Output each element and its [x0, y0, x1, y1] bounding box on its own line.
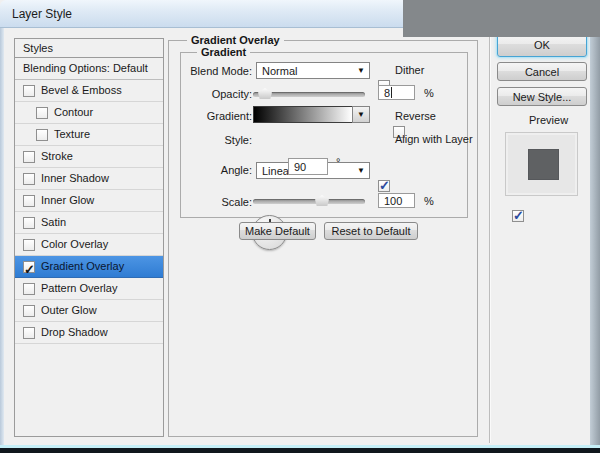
- gradient-picker-button[interactable]: ▼: [352, 106, 370, 123]
- drop-shadow-checkbox[interactable]: [23, 327, 35, 339]
- blend-mode-value: Normal: [262, 65, 297, 77]
- style-label: Style:: [186, 134, 252, 146]
- gradient-label: Gradient:: [186, 110, 252, 122]
- reset-to-default-button[interactable]: Reset to Default: [324, 222, 418, 240]
- angle-unit: °: [336, 156, 340, 168]
- styles-list: Blending Options: Default Bevel & Emboss…: [14, 58, 164, 437]
- style-item-drop-shadow[interactable]: Drop Shadow: [15, 322, 163, 344]
- scale-value: 100: [384, 195, 402, 207]
- window-title: Layer Style: [12, 7, 72, 21]
- styles-list-header: Styles: [14, 38, 164, 58]
- style-item-texture[interactable]: Texture: [15, 124, 163, 146]
- chevron-down-icon: ▼: [357, 166, 365, 175]
- inner-shadow-checkbox[interactable]: [23, 173, 35, 185]
- style-item-label: Satin: [41, 212, 66, 233]
- opacity-input[interactable]: 8: [378, 85, 415, 100]
- style-item-label: Bevel & Emboss: [41, 80, 122, 101]
- gradient-overlay-checkbox[interactable]: [23, 261, 35, 273]
- style-item-stroke[interactable]: Stroke: [15, 146, 163, 168]
- style-item-inner-shadow[interactable]: Inner Shadow: [15, 168, 163, 190]
- overlapping-gray-window: [403, 0, 600, 37]
- opacity-label: Opacity:: [186, 88, 252, 100]
- preview-swatch: [528, 149, 559, 180]
- style-item-color-overlay[interactable]: Color Overlay: [15, 234, 163, 256]
- new-style-button[interactable]: New Style...: [497, 87, 587, 106]
- pattern-overlay-checkbox[interactable]: [23, 283, 35, 295]
- style-item-gradient-overlay[interactable]: Gradient Overlay: [15, 256, 163, 278]
- window-border-right: [590, 28, 600, 445]
- style-item-inner-glow[interactable]: Inner Glow: [15, 190, 163, 212]
- scale-unit: %: [424, 195, 434, 207]
- scale-slider-track[interactable]: [253, 199, 365, 204]
- style-item-contour[interactable]: Contour: [15, 102, 163, 124]
- chevron-down-icon: ▼: [357, 110, 365, 119]
- scale-input[interactable]: 100: [378, 193, 415, 208]
- preview-label: Preview: [529, 114, 568, 126]
- window-edge-shadow: [0, 448, 600, 453]
- blend-mode-dropdown[interactable]: Normal ▼: [256, 62, 370, 79]
- window-border-left: [0, 28, 4, 445]
- style-item-label: Inner Shadow: [41, 168, 109, 189]
- outer-glow-checkbox[interactable]: [23, 305, 35, 317]
- panel-divider: [489, 33, 490, 443]
- preview-checkbox[interactable]: [512, 210, 524, 222]
- style-item-label: Gradient Overlay: [41, 256, 124, 277]
- opacity-value: 8: [384, 87, 390, 99]
- align-with-layer-checkbox[interactable]: [378, 180, 390, 192]
- style-item-label: Texture: [54, 124, 90, 145]
- style-item-label: Outer Glow: [41, 300, 97, 321]
- scale-label: Scale:: [186, 196, 252, 208]
- satin-checkbox[interactable]: [23, 217, 35, 229]
- color-overlay-checkbox[interactable]: [23, 239, 35, 251]
- style-item-label: Pattern Overlay: [41, 278, 117, 299]
- chevron-down-icon: ▼: [357, 66, 365, 75]
- opacity-unit: %: [424, 87, 434, 99]
- make-default-button[interactable]: Make Default: [239, 222, 316, 240]
- texture-checkbox[interactable]: [36, 129, 48, 141]
- inner-glow-checkbox[interactable]: [23, 195, 35, 207]
- align-with-layer-label: Align with Layer: [395, 133, 473, 145]
- style-item-blending-options[interactable]: Blending Options: Default: [15, 58, 163, 80]
- style-item-label: Color Overlay: [41, 234, 108, 255]
- style-item-label: Contour: [54, 102, 93, 123]
- angle-value: 90: [294, 161, 306, 173]
- gradient-swatch[interactable]: [253, 106, 353, 123]
- contour-checkbox[interactable]: [36, 107, 48, 119]
- style-item-bevel-emboss[interactable]: Bevel & Emboss: [15, 80, 163, 102]
- style-item-label: Inner Glow: [41, 190, 94, 211]
- stroke-checkbox[interactable]: [23, 151, 35, 163]
- preview-panel: [505, 132, 578, 196]
- angle-input[interactable]: 90: [288, 158, 328, 175]
- cancel-button[interactable]: Cancel: [497, 62, 587, 81]
- style-item-label: Drop Shadow: [41, 322, 108, 343]
- style-item-pattern-overlay[interactable]: Pattern Overlay: [15, 278, 163, 300]
- style-item-satin[interactable]: Satin: [15, 212, 163, 234]
- panel-heading: Gradient Overlay: [187, 34, 284, 46]
- text-cursor: [391, 87, 392, 98]
- group-label: Gradient: [197, 46, 250, 58]
- dither-label: Dither: [395, 64, 424, 76]
- blend-mode-label: Blend Mode:: [186, 65, 252, 77]
- style-item-label: Stroke: [41, 146, 73, 167]
- reverse-label: Reverse: [395, 110, 436, 122]
- angle-label: Angle:: [186, 164, 252, 176]
- style-item-outer-glow[interactable]: Outer Glow: [15, 300, 163, 322]
- style-item-label: Blending Options: Default: [23, 58, 148, 79]
- bevel-emboss-checkbox[interactable]: [23, 85, 35, 97]
